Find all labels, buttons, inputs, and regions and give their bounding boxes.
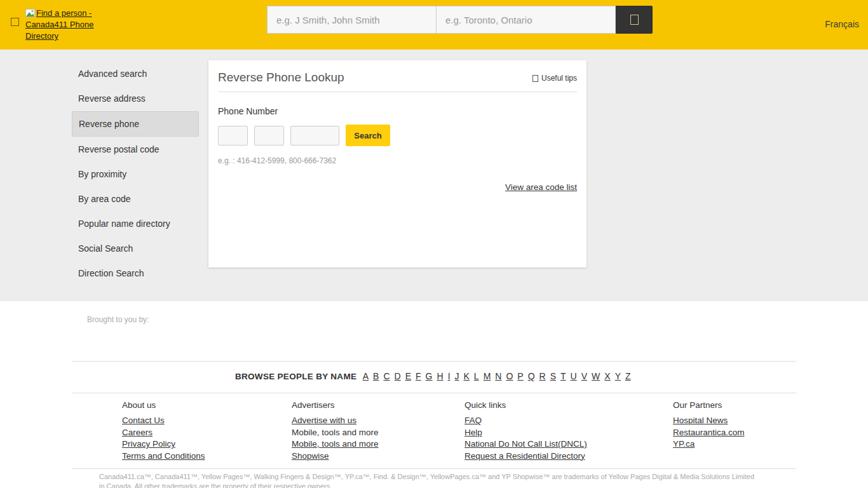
card-header: Reverse Phone Lookup Useful tips — [218, 60, 577, 92]
letter-link-a[interactable]: A — [363, 371, 369, 381]
example-hint: e.g. : 416-412-5999, 800-666-7362 — [218, 156, 577, 165]
footer-link-hospital-news[interactable]: Hospital News — [673, 415, 745, 427]
line-number-input[interactable] — [290, 126, 339, 146]
useful-tips-link[interactable]: Useful tips — [532, 74, 577, 85]
sidebar-item-reverse-postal-code[interactable]: Reverse postal code — [72, 137, 199, 161]
browse-people-by-name: BROWSE PEOPLE BY NAMEABCDEFGHIJKLMNOPQRS… — [72, 371, 796, 381]
area-code-input[interactable] — [218, 126, 248, 146]
footer-link-contact-us[interactable]: Contact Us — [122, 415, 205, 427]
sidebar-item-reverse-phone[interactable]: Reverse phone — [72, 111, 199, 137]
footer-text-mobile-tools: Mobile, tools and more — [292, 427, 379, 439]
tips-icon — [532, 75, 538, 82]
browse-label: BROWSE PEOPLE BY NAME — [235, 372, 356, 381]
sidebar: Advanced search Reverse address Reverse … — [72, 62, 199, 286]
footer-link-restaurantica[interactable]: Restaurantica.com — [673, 427, 745, 439]
missing-image-placeholder-icon — [11, 18, 19, 26]
sidebar-item-direction-search[interactable]: Direction Search — [72, 261, 199, 285]
area-code-link-row: View area code list — [218, 181, 577, 193]
footer-link-privacy-policy[interactable]: Privacy Policy — [122, 438, 205, 451]
footer-link-ypca[interactable]: YP.ca — [673, 438, 745, 451]
letter-link-k[interactable]: K — [464, 371, 470, 381]
letter-link-i[interactable]: I — [448, 371, 451, 381]
view-area-code-list-link[interactable]: View area code list — [505, 182, 577, 192]
letter-link-s[interactable]: S — [550, 371, 556, 381]
phone-input-row: Search — [218, 125, 577, 146]
sidebar-item-advanced-search[interactable]: Advanced search — [72, 62, 199, 86]
logo-link[interactable]: Find a person - Canada411 Phone Director… — [25, 8, 100, 42]
letter-link-m[interactable]: M — [484, 371, 491, 381]
useful-tips-label: Useful tips — [541, 74, 577, 83]
header: Find a person - Canada411 Phone Director… — [0, 0, 868, 50]
header-search-bar — [267, 6, 653, 34]
sidebar-item-by-proximity[interactable]: By proximity — [72, 162, 199, 186]
letter-link-p[interactable]: P — [517, 371, 523, 381]
letter-link-j[interactable]: J — [455, 371, 459, 381]
logo-alt-text: Find a person - Canada411 Phone Director… — [25, 8, 93, 41]
letter-link-o[interactable]: O — [506, 371, 513, 381]
letter-link-l[interactable]: L — [474, 371, 479, 381]
letter-link-d[interactable]: D — [395, 371, 401, 381]
search-button[interactable]: Search — [346, 125, 390, 146]
name-search-input[interactable] — [268, 6, 436, 33]
letter-link-r[interactable]: R — [539, 371, 546, 381]
footer-link-shopwise[interactable]: Shopwise — [292, 451, 379, 463]
phone-number-label: Phone Number — [218, 106, 577, 116]
footer-link-residential-directory[interactable]: Request a Residential Directory — [465, 451, 587, 463]
reverse-phone-lookup-card: Reverse Phone Lookup Useful tips Phone N… — [208, 60, 587, 268]
prefix-input[interactable] — [254, 126, 284, 146]
footer-column-about-us: About us Contact Us Careers Privacy Poli… — [122, 400, 205, 462]
search-icon — [630, 15, 639, 25]
footer-link-advertise-with-us[interactable]: Advertise with us — [292, 415, 379, 427]
divider — [72, 361, 796, 362]
letter-link-h[interactable]: H — [437, 371, 444, 381]
letter-link-u[interactable]: U — [571, 371, 577, 381]
footer-link-dncl[interactable]: National Do Not Call List(DNCL) — [465, 438, 587, 451]
sidebar-item-by-area-code[interactable]: By area code — [72, 187, 199, 211]
letter-link-q[interactable]: Q — [528, 371, 535, 381]
page-title: Reverse Phone Lookup — [218, 71, 344, 85]
letter-link-n[interactable]: N — [495, 371, 501, 381]
footer-column-title: Quick links — [465, 400, 587, 410]
card-body: Phone Number Search e.g. : 416-412-5999,… — [208, 92, 587, 193]
brought-to-you-by-label: Brought to you by: — [87, 315, 149, 324]
page: Find a person - Canada411 Phone Director… — [0, 0, 868, 488]
footer-link-terms-and-conditions[interactable]: Terms and Conditions — [122, 451, 205, 463]
footer-link-faq[interactable]: FAQ — [465, 415, 587, 427]
sidebar-item-reverse-address[interactable]: Reverse address — [72, 86, 199, 111]
sidebar-item-popular-name-directory[interactable]: Popular name directory — [72, 212, 199, 236]
footer-column-our-partners: Our Partners Hospital News Restaurantica… — [673, 400, 745, 451]
letter-link-g[interactable]: G — [426, 371, 433, 381]
letter-link-b[interactable]: B — [373, 371, 379, 381]
language-toggle-link[interactable]: Français — [825, 19, 859, 29]
letter-link-e[interactable]: E — [405, 371, 411, 381]
letter-link-w[interactable]: W — [592, 371, 600, 381]
letter-link-f[interactable]: F — [416, 371, 421, 381]
footer-link-mobile-tools[interactable]: Mobile, tools and more — [292, 438, 379, 451]
header-search-button[interactable] — [616, 6, 653, 34]
sidebar-item-social-search[interactable]: Social Search — [72, 236, 199, 261]
footer-column-advertisers: Advertisers Advertise with us Mobile, to… — [292, 400, 379, 462]
letter-link-c[interactable]: C — [383, 371, 390, 381]
letter-link-x[interactable]: X — [604, 371, 610, 381]
divider — [72, 468, 796, 469]
divider — [72, 393, 796, 393]
footer-link-careers[interactable]: Careers — [122, 427, 205, 439]
letter-link-y[interactable]: Y — [615, 371, 621, 381]
location-search-input[interactable] — [436, 6, 615, 33]
header-search-inputs — [267, 6, 616, 34]
footer-column-title: Advertisers — [292, 400, 379, 410]
footer-column-quick-links: Quick links FAQ Help National Do Not Cal… — [465, 400, 587, 462]
footer-column-title: Our Partners — [673, 400, 745, 410]
letter-link-z[interactable]: Z — [625, 371, 631, 381]
broken-image-icon — [25, 9, 35, 17]
footer-column-title: About us — [122, 400, 205, 410]
letter-link-v[interactable]: V — [581, 371, 587, 381]
footer-link-help[interactable]: Help — [465, 427, 587, 439]
trademark-notice: Canada411.ca™, Canada411™, Yellow Pages™… — [99, 472, 760, 488]
letter-link-t[interactable]: T — [560, 371, 566, 381]
